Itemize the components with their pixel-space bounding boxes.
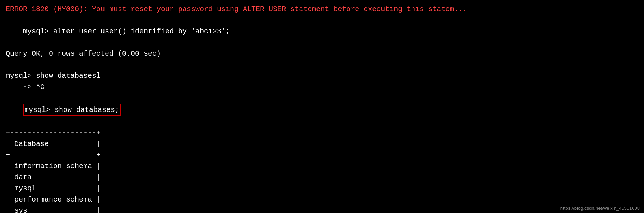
table-row-sys: | sys | xyxy=(6,205,638,213)
terminal-window: ERROR 1820 (HY000): You must reset your … xyxy=(0,0,644,213)
empty-line-1 xyxy=(6,59,638,70)
show-databases-bad-line: mysql> show databasesl xyxy=(6,70,638,81)
table-sep-border: +--------------------+ xyxy=(6,150,638,161)
query-ok-line: Query OK, 0 rows affected (0.00 sec) xyxy=(6,48,638,59)
table-top-border: +--------------------+ xyxy=(6,127,638,138)
watermark-url: https://blog.csdn.net/weixin_45551608 xyxy=(560,205,640,211)
table-row-mysql: | mysql | xyxy=(6,183,638,194)
table-row-info-schema: | information_schema | xyxy=(6,161,638,172)
table-row-perf-schema: | performance_schema | xyxy=(6,194,638,205)
table-header-line: | Database | xyxy=(6,138,638,150)
highlighted-command: mysql> show databases; xyxy=(23,104,121,116)
alter-user-line: mysql> alter user user() identified by '… xyxy=(6,15,638,48)
arrow-c-line: -> ^C xyxy=(6,81,638,93)
error-line: ERROR 1820 (HY000): You must reset your … xyxy=(6,4,638,15)
alter-command: alter user user() identified by 'abc123'… xyxy=(53,27,230,36)
table-row-data: | data | xyxy=(6,172,638,183)
alter-prefix: mysql> xyxy=(23,27,53,36)
show-databases-good-line: mysql> show databases; xyxy=(6,93,638,127)
